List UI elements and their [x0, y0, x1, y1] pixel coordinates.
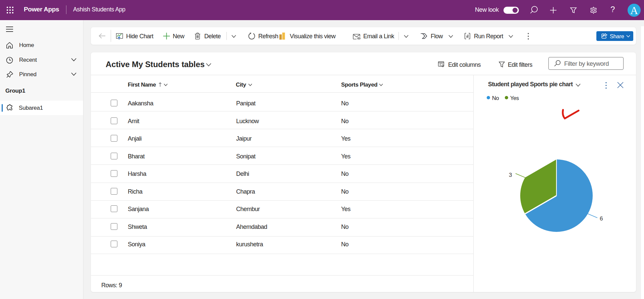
svg-text:3: 3 [509, 172, 512, 178]
svg-text:6: 6 [600, 215, 603, 222]
